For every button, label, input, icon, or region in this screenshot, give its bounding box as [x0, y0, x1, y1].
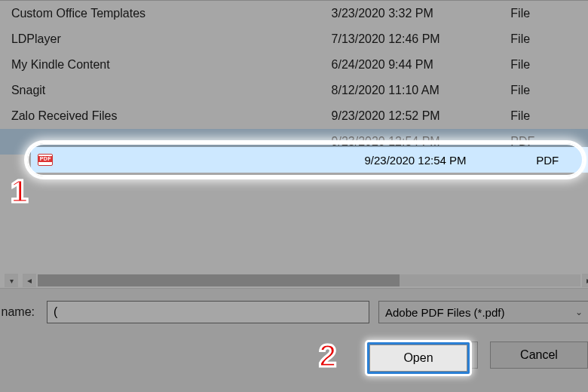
file-date: 7/13/2020 12:46 PM: [332, 32, 508, 46]
filename-label: name:: [0, 305, 38, 319]
file-type: File: [507, 84, 588, 97]
file-date: 8/12/2020 11:10 AM: [332, 84, 508, 97]
file-type: PDF: [507, 135, 588, 149]
open-file-dialog: Custom Office Templates 3/23/2020 3:32 P…: [0, 0, 588, 392]
file-name: My Kindle Content: [8, 58, 332, 72]
file-row[interactable]: Zalo Received Files 9/23/2020 12:52 PM F…: [0, 103, 588, 129]
file-name: Zalo Received Files: [8, 109, 332, 123]
file-row[interactable]: LDPlayer 7/13/2020 12:46 PM File: [0, 26, 588, 52]
filename-input[interactable]: [47, 301, 369, 323]
file-name: LDPlayer: [8, 32, 332, 46]
file-date: 6/24/2020 9:44 PM: [332, 58, 508, 72]
file-name: Custom Office Templates: [8, 7, 332, 20]
filetype-label: Adobe PDF Files (*.pdf): [385, 306, 504, 319]
file-type: File: [507, 58, 588, 72]
chevron-down-icon: ⌄: [575, 307, 583, 317]
scroll-down-icon[interactable]: ▾: [5, 274, 18, 287]
file-type: File: [507, 32, 588, 46]
file-type: File: [507, 109, 588, 123]
file-list-pane: Custom Office Templates 3/23/2020 3:32 P…: [0, 1, 588, 287]
scrollbar-track[interactable]: [38, 274, 580, 286]
scrollbar-thumb[interactable]: [38, 274, 400, 286]
file-date: 9/23/2020 12:52 PM: [332, 109, 508, 123]
file-type: File: [507, 7, 588, 20]
horizontal-scrollbar[interactable]: ◂ ▸: [23, 274, 588, 287]
file-name: Snagit: [8, 84, 332, 97]
scroll-right-icon[interactable]: ▸: [582, 274, 588, 287]
file-date: 9/23/2020 12:54 PM: [332, 135, 508, 149]
file-date: 3/23/2020 3:32 PM: [332, 7, 508, 20]
file-row-selected[interactable]: 9/23/2020 12:54 PM PDF: [0, 129, 588, 155]
open-button-highlight: Open: [369, 345, 467, 372]
file-row[interactable]: My Kindle Content 6/24/2020 9:44 PM File: [0, 52, 588, 78]
file-row[interactable]: Snagit 8/12/2020 11:10 AM File: [0, 78, 588, 103]
dialog-footer: name: Adobe PDF Files (*.pdf) ⌄ Open Can…: [0, 288, 588, 392]
file-row[interactable]: Custom Office Templates 3/23/2020 3:32 P…: [0, 1, 588, 26]
filetype-dropdown[interactable]: Adobe PDF Files (*.pdf) ⌄: [378, 301, 588, 323]
file-list[interactable]: Custom Office Templates 3/23/2020 3:32 P…: [0, 1, 588, 155]
cancel-button[interactable]: Cancel: [490, 341, 588, 369]
scroll-left-icon[interactable]: ◂: [23, 274, 36, 287]
